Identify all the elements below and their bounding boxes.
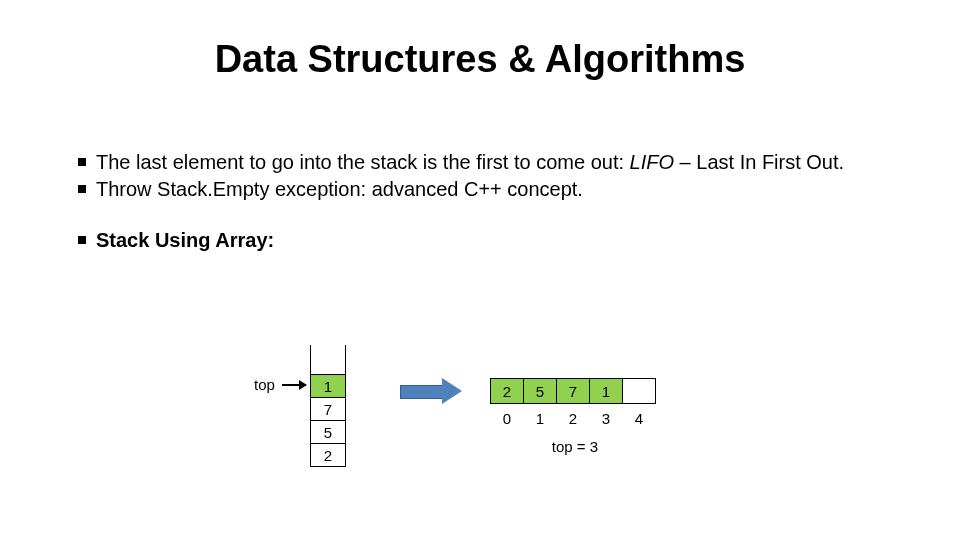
array-cell: 5 (523, 378, 557, 404)
text-italic: LIFO (630, 151, 674, 173)
array-index: 1 (523, 410, 557, 427)
arrow-right-icon (282, 384, 306, 386)
stack-cell: 5 (310, 420, 346, 444)
bullet-marker-icon (78, 236, 86, 244)
text-span: The last element to go into the stack is… (96, 151, 630, 173)
array-index: 4 (622, 410, 656, 427)
array-indices: 0 1 2 3 4 (490, 410, 656, 427)
array-cell: 2 (490, 378, 524, 404)
stack-cell: 1 (310, 374, 346, 398)
block-arrow-right-icon (400, 380, 460, 402)
bullet-item: Throw Stack.Empty exception: advanced C+… (78, 177, 898, 202)
slide: Data Structures & Algorithms The last el… (0, 0, 960, 540)
array-cell (622, 378, 656, 404)
top-caption: top = 3 (490, 438, 660, 455)
bullet-list: The last element to go into the stack is… (78, 150, 898, 255)
horizontal-array: 2 5 7 1 (490, 378, 656, 404)
array-index: 3 (589, 410, 623, 427)
stack-open-top (310, 345, 346, 375)
bullet-item: Stack Using Array: (78, 228, 898, 253)
bullet-marker-icon (78, 185, 86, 193)
bullet-item: The last element to go into the stack is… (78, 150, 898, 175)
text-span: – Last In First Out. (674, 151, 844, 173)
vertical-stack: 1 7 5 2 (310, 345, 346, 467)
array-cell: 1 (589, 378, 623, 404)
bullet-text: Throw Stack.Empty exception: advanced C+… (96, 177, 898, 202)
stack-cell: 2 (310, 443, 346, 467)
slide-title: Data Structures & Algorithms (0, 38, 960, 81)
bullet-text: The last element to go into the stack is… (96, 150, 898, 175)
bullet-marker-icon (78, 158, 86, 166)
array-index: 2 (556, 410, 590, 427)
stack-cell: 7 (310, 397, 346, 421)
array-cell: 7 (556, 378, 590, 404)
top-label: top (254, 376, 275, 393)
array-index: 0 (490, 410, 524, 427)
bullet-text: Stack Using Array: (96, 228, 898, 253)
